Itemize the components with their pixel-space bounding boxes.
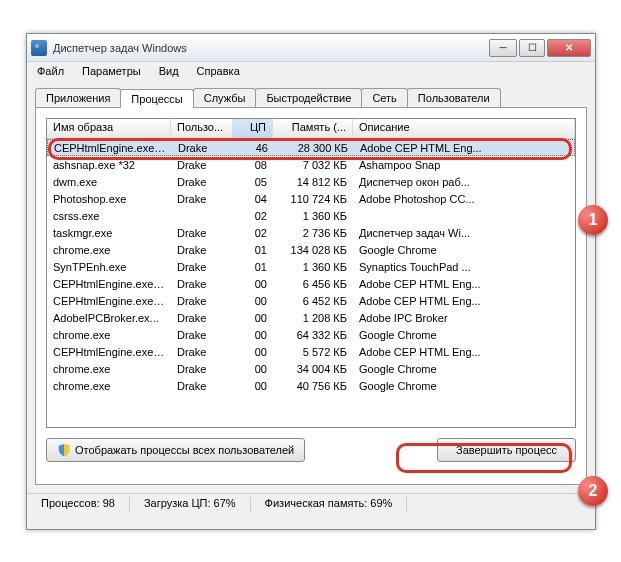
cell-mem: 110 724 КБ <box>273 192 353 206</box>
cell-image: CEPHtmlEngine.exe ... <box>47 345 171 359</box>
cell-cpu: 01 <box>233 260 273 274</box>
cell-user: Drake <box>171 328 233 342</box>
table-row[interactable]: CEPHtmlEngine.exe ...Drake006 456 КБAdob… <box>47 275 575 292</box>
cell-user <box>171 215 233 217</box>
cell-mem: 14 812 КБ <box>273 175 353 189</box>
col-memory[interactable]: Память (... <box>273 119 353 138</box>
cell-user: Drake <box>171 277 233 291</box>
tab-applications[interactable]: Приложения <box>35 88 121 107</box>
table-row[interactable]: taskmgr.exeDrake022 736 КБДиспетчер зада… <box>47 224 575 241</box>
cell-desc: Adobe CEP HTML Eng... <box>353 345 575 359</box>
cell-image: chrome.exe <box>47 362 171 376</box>
cell-desc: Adobe CEP HTML Eng... <box>353 294 575 308</box>
table-row[interactable]: CEPHtmlEngine.exe ...Drake4628 300 КБAdo… <box>47 139 575 156</box>
cell-desc: Google Chrome <box>353 243 575 257</box>
cell-desc: Adobe CEP HTML Eng... <box>353 277 575 291</box>
cell-image: ashsnap.exe *32 <box>47 158 171 172</box>
table-row[interactable]: chrome.exeDrake0040 756 КБGoogle Chrome <box>47 377 575 394</box>
cell-image: AdobeIPCBroker.ex... <box>47 311 171 325</box>
table-row[interactable]: CEPHtmlEngine.exe ...Drake006 452 КБAdob… <box>47 292 575 309</box>
cell-image: dwm.exe <box>47 175 171 189</box>
cell-image: SynTPEnh.exe <box>47 260 171 274</box>
cell-cpu: 00 <box>233 311 273 325</box>
table-row[interactable]: CEPHtmlEngine.exe ...Drake005 572 КБAdob… <box>47 343 575 360</box>
cell-user: Drake <box>171 226 233 240</box>
tabbar: Приложения Процессы Службы Быстродействи… <box>35 88 587 107</box>
cell-mem: 5 572 КБ <box>273 345 353 359</box>
cell-cpu: 01 <box>233 243 273 257</box>
cell-cpu: 46 <box>234 141 274 155</box>
menu-file[interactable]: Файл <box>35 64 66 80</box>
show-all-users-button[interactable]: Отображать процессы всех пользователей <box>46 438 305 462</box>
status-memory: Физическая память: 69% <box>251 497 408 512</box>
cell-mem: 1 360 КБ <box>273 260 353 274</box>
cell-mem: 40 756 КБ <box>273 379 353 393</box>
tab-performance[interactable]: Быстродействие <box>255 88 362 107</box>
cell-user: Drake <box>171 345 233 359</box>
cell-desc: Диспетчер окон раб... <box>353 175 575 189</box>
maximize-button[interactable]: ☐ <box>519 39 545 57</box>
cell-cpu: 00 <box>233 328 273 342</box>
cell-mem: 28 300 КБ <box>274 141 354 155</box>
col-image[interactable]: Имя образа <box>47 119 171 138</box>
cell-cpu: 00 <box>233 362 273 376</box>
cell-image: CEPHtmlEngine.exe ... <box>47 294 171 308</box>
cell-image: csrss.exe <box>47 209 171 223</box>
titlebar[interactable]: Диспетчер задач Windows ─ ☐ ✕ <box>27 34 595 62</box>
cell-image: CEPHtmlEngine.exe ... <box>47 277 171 291</box>
cell-image: chrome.exe <box>47 328 171 342</box>
cell-cpu: 00 <box>233 345 273 359</box>
cell-user: Drake <box>171 243 233 257</box>
show-all-label: Отображать процессы всех пользователей <box>75 444 294 456</box>
menu-help[interactable]: Справка <box>195 64 242 80</box>
tab-processes[interactable]: Процессы <box>120 89 193 108</box>
end-process-label: Завершить процесс <box>456 444 557 456</box>
table-header: Имя образа Пользо... ЦП Память (... Опис… <box>47 119 575 139</box>
table-row[interactable]: chrome.exeDrake0064 332 КБGoogle Chrome <box>47 326 575 343</box>
cell-image: chrome.exe <box>47 243 171 257</box>
col-description[interactable]: Описание <box>353 119 575 138</box>
shield-icon <box>57 443 71 457</box>
table-row[interactable]: chrome.exeDrake0034 004 КБGoogle Chrome <box>47 360 575 377</box>
cell-mem: 2 736 КБ <box>273 226 353 240</box>
process-table: Имя образа Пользо... ЦП Память (... Опис… <box>46 118 576 428</box>
col-cpu[interactable]: ЦП <box>233 119 273 138</box>
cell-cpu: 05 <box>233 175 273 189</box>
status-processes: Процессов: 98 <box>27 497 130 512</box>
window-title: Диспетчер задач Windows <box>53 42 489 54</box>
menu-view[interactable]: Вид <box>157 64 181 80</box>
cell-mem: 134 028 КБ <box>273 243 353 257</box>
cell-user: Drake <box>172 141 234 155</box>
tab-services[interactable]: Службы <box>193 88 257 107</box>
tab-users[interactable]: Пользователи <box>407 88 501 107</box>
close-button[interactable]: ✕ <box>547 39 591 57</box>
cell-user: Drake <box>171 158 233 172</box>
cell-desc: Google Chrome <box>353 362 575 376</box>
cell-desc: Adobe CEP HTML Eng... <box>354 141 574 155</box>
table-row[interactable]: SynTPEnh.exeDrake011 360 КБSynaptics Tou… <box>47 258 575 275</box>
cell-mem: 1 360 КБ <box>273 209 353 223</box>
menu-options[interactable]: Параметры <box>80 64 143 80</box>
table-row[interactable]: Photoshop.exeDrake04110 724 КБAdobe Phot… <box>47 190 575 207</box>
cell-user: Drake <box>171 260 233 274</box>
tab-network[interactable]: Сеть <box>361 88 407 107</box>
cell-user: Drake <box>171 311 233 325</box>
table-row[interactable]: chrome.exeDrake01134 028 КБGoogle Chrome <box>47 241 575 258</box>
cell-cpu: 02 <box>233 209 273 223</box>
cell-image: Photoshop.exe <box>47 192 171 206</box>
table-row[interactable]: dwm.exeDrake0514 812 КБДиспетчер окон ра… <box>47 173 575 190</box>
table-row[interactable]: ashsnap.exe *32Drake087 032 КБAshampoo S… <box>47 156 575 173</box>
cell-user: Drake <box>171 362 233 376</box>
cell-desc: Synaptics TouchPad ... <box>353 260 575 274</box>
cell-desc: Google Chrome <box>353 328 575 342</box>
cell-cpu: 04 <box>233 192 273 206</box>
table-row[interactable]: AdobeIPCBroker.ex...Drake001 208 КБAdobe… <box>47 309 575 326</box>
cell-desc: Диспетчер задач Wi... <box>353 226 575 240</box>
col-user[interactable]: Пользо... <box>171 119 233 138</box>
table-row[interactable]: csrss.exe021 360 КБ <box>47 207 575 224</box>
status-cpu: Загрузка ЦП: 67% <box>130 497 251 512</box>
minimize-button[interactable]: ─ <box>489 39 517 57</box>
end-process-button[interactable]: Завершить процесс <box>437 438 576 462</box>
table-body[interactable]: CEPHtmlEngine.exe ...Drake4628 300 КБAdo… <box>47 139 575 428</box>
cell-cpu: 00 <box>233 379 273 393</box>
